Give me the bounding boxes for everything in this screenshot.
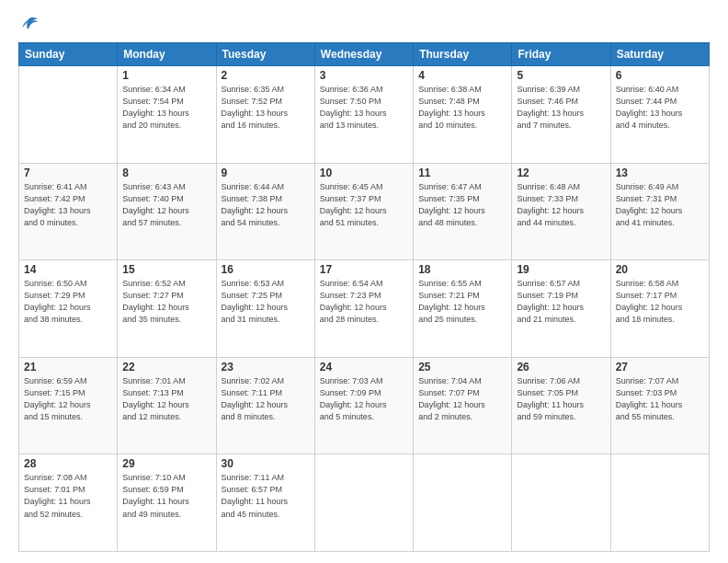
day-info: Sunrise: 7:11 AM Sunset: 6:57 PM Dayligh… <box>222 472 310 520</box>
calendar-cell: 6Sunrise: 6:40 AM Sunset: 7:44 PM Daylig… <box>610 66 709 164</box>
calendar-cell: 23Sunrise: 7:02 AM Sunset: 7:11 PM Dayli… <box>216 357 314 454</box>
day-number: 3 <box>320 69 408 82</box>
day-number: 27 <box>616 361 704 373</box>
day-info: Sunrise: 7:06 AM Sunset: 7:05 PM Dayligh… <box>517 375 605 423</box>
day-number: 5 <box>517 69 605 82</box>
day-number: 19 <box>517 263 605 276</box>
calendar-cell: 27Sunrise: 7:07 AM Sunset: 7:03 PM Dayli… <box>610 357 709 454</box>
calendar-cell <box>414 454 512 552</box>
day-number: 6 <box>616 69 704 82</box>
calendar-cell: 7Sunrise: 6:41 AM Sunset: 7:42 PM Daylig… <box>19 163 118 260</box>
day-number: 29 <box>122 457 210 470</box>
day-number: 20 <box>616 263 704 276</box>
day-number: 15 <box>122 263 210 276</box>
day-number: 2 <box>222 69 310 82</box>
calendar-week-3: 14Sunrise: 6:50 AM Sunset: 7:29 PM Dayli… <box>19 260 710 358</box>
day-info: Sunrise: 6:43 AM Sunset: 7:40 PM Dayligh… <box>122 181 210 229</box>
calendar-cell: 30Sunrise: 7:11 AM Sunset: 6:57 PM Dayli… <box>216 454 314 552</box>
calendar-page: SundayMondayTuesdayWednesdayThursdayFrid… <box>0 0 728 563</box>
day-number: 26 <box>517 361 605 373</box>
calendar-cell: 18Sunrise: 6:55 AM Sunset: 7:21 PM Dayli… <box>414 260 512 358</box>
day-info: Sunrise: 7:08 AM Sunset: 7:01 PM Dayligh… <box>24 472 112 520</box>
calendar-cell: 17Sunrise: 6:54 AM Sunset: 7:23 PM Dayli… <box>314 260 413 358</box>
calendar-cell: 19Sunrise: 6:57 AM Sunset: 7:19 PM Dayli… <box>512 260 610 358</box>
calendar-cell <box>314 454 413 552</box>
day-info: Sunrise: 6:55 AM Sunset: 7:21 PM Dayligh… <box>418 278 506 326</box>
day-info: Sunrise: 6:53 AM Sunset: 7:25 PM Dayligh… <box>222 278 310 326</box>
day-number: 1 <box>122 69 210 82</box>
day-number: 16 <box>222 263 310 276</box>
day-info: Sunrise: 6:52 AM Sunset: 7:27 PM Dayligh… <box>122 278 210 326</box>
day-info: Sunrise: 6:41 AM Sunset: 7:42 PM Dayligh… <box>24 181 112 229</box>
day-info: Sunrise: 6:50 AM Sunset: 7:29 PM Dayligh… <box>24 278 112 326</box>
calendar-cell: 29Sunrise: 7:10 AM Sunset: 6:59 PM Dayli… <box>118 454 216 552</box>
day-number: 25 <box>418 361 506 373</box>
day-info: Sunrise: 6:44 AM Sunset: 7:38 PM Dayligh… <box>222 181 310 229</box>
calendar-week-2: 7Sunrise: 6:41 AM Sunset: 7:42 PM Daylig… <box>19 163 710 260</box>
col-header-friday: Friday <box>512 43 610 66</box>
day-info: Sunrise: 6:40 AM Sunset: 7:44 PM Dayligh… <box>616 84 704 132</box>
day-info: Sunrise: 6:45 AM Sunset: 7:37 PM Dayligh… <box>320 181 408 229</box>
day-info: Sunrise: 7:07 AM Sunset: 7:03 PM Dayligh… <box>616 375 704 423</box>
day-number: 22 <box>122 361 210 373</box>
calendar-cell: 25Sunrise: 7:04 AM Sunset: 7:07 PM Dayli… <box>414 357 512 454</box>
day-number: 28 <box>24 457 112 470</box>
day-info: Sunrise: 7:02 AM Sunset: 7:11 PM Dayligh… <box>222 375 310 423</box>
day-number: 18 <box>418 263 506 276</box>
day-number: 30 <box>222 457 310 470</box>
day-info: Sunrise: 6:38 AM Sunset: 7:48 PM Dayligh… <box>418 84 506 132</box>
calendar-cell: 16Sunrise: 6:53 AM Sunset: 7:25 PM Dayli… <box>216 260 314 358</box>
calendar-cell: 28Sunrise: 7:08 AM Sunset: 7:01 PM Dayli… <box>19 454 118 552</box>
day-number: 9 <box>222 167 310 179</box>
calendar-cell: 10Sunrise: 6:45 AM Sunset: 7:37 PM Dayli… <box>314 163 413 260</box>
calendar-cell: 2Sunrise: 6:35 AM Sunset: 7:52 PM Daylig… <box>216 66 314 164</box>
calendar-week-4: 21Sunrise: 6:59 AM Sunset: 7:15 PM Dayli… <box>19 357 710 454</box>
col-header-saturday: Saturday <box>610 43 709 66</box>
day-info: Sunrise: 7:04 AM Sunset: 7:07 PM Dayligh… <box>418 375 506 423</box>
calendar-cell: 21Sunrise: 6:59 AM Sunset: 7:15 PM Dayli… <box>19 357 118 454</box>
day-info: Sunrise: 6:54 AM Sunset: 7:23 PM Dayligh… <box>320 278 408 326</box>
day-number: 21 <box>24 361 112 373</box>
day-info: Sunrise: 7:10 AM Sunset: 6:59 PM Dayligh… <box>122 472 210 520</box>
logo-bird-icon <box>20 17 39 31</box>
calendar-cell <box>19 66 118 164</box>
day-info: Sunrise: 6:49 AM Sunset: 7:31 PM Dayligh… <box>616 181 704 229</box>
day-info: Sunrise: 6:34 AM Sunset: 7:54 PM Dayligh… <box>122 84 210 132</box>
calendar-cell: 14Sunrise: 6:50 AM Sunset: 7:29 PM Dayli… <box>19 260 118 358</box>
logo <box>18 17 39 33</box>
calendar-week-1: 1Sunrise: 6:34 AM Sunset: 7:54 PM Daylig… <box>19 66 710 164</box>
calendar-week-5: 28Sunrise: 7:08 AM Sunset: 7:01 PM Dayli… <box>19 454 710 552</box>
day-info: Sunrise: 6:59 AM Sunset: 7:15 PM Dayligh… <box>24 375 112 423</box>
col-header-sunday: Sunday <box>19 43 118 66</box>
col-header-thursday: Thursday <box>414 43 512 66</box>
calendar-cell: 13Sunrise: 6:49 AM Sunset: 7:31 PM Dayli… <box>610 163 709 260</box>
calendar-cell <box>512 454 610 552</box>
day-number: 4 <box>418 69 506 82</box>
col-header-tuesday: Tuesday <box>216 43 314 66</box>
day-number: 12 <box>517 167 605 179</box>
day-info: Sunrise: 7:01 AM Sunset: 7:13 PM Dayligh… <box>122 375 210 423</box>
day-info: Sunrise: 6:35 AM Sunset: 7:52 PM Dayligh… <box>222 84 310 132</box>
calendar-cell: 22Sunrise: 7:01 AM Sunset: 7:13 PM Dayli… <box>118 357 216 454</box>
calendar-cell: 4Sunrise: 6:38 AM Sunset: 7:48 PM Daylig… <box>414 66 512 164</box>
day-number: 7 <box>24 167 112 179</box>
day-number: 11 <box>418 167 506 179</box>
calendar-cell: 1Sunrise: 6:34 AM Sunset: 7:54 PM Daylig… <box>118 66 216 164</box>
calendar-cell: 5Sunrise: 6:39 AM Sunset: 7:46 PM Daylig… <box>512 66 610 164</box>
col-header-wednesday: Wednesday <box>314 43 413 66</box>
day-number: 13 <box>616 167 704 179</box>
day-number: 23 <box>222 361 310 373</box>
day-info: Sunrise: 6:47 AM Sunset: 7:35 PM Dayligh… <box>418 181 506 229</box>
calendar-cell: 15Sunrise: 6:52 AM Sunset: 7:27 PM Dayli… <box>118 260 216 358</box>
day-number: 17 <box>320 263 408 276</box>
calendar-cell: 12Sunrise: 6:48 AM Sunset: 7:33 PM Dayli… <box>512 163 610 260</box>
calendar-cell: 20Sunrise: 6:58 AM Sunset: 7:17 PM Dayli… <box>610 260 709 358</box>
day-info: Sunrise: 7:03 AM Sunset: 7:09 PM Dayligh… <box>320 375 408 423</box>
calendar-cell: 26Sunrise: 7:06 AM Sunset: 7:05 PM Dayli… <box>512 357 610 454</box>
day-number: 10 <box>320 167 408 179</box>
day-info: Sunrise: 6:39 AM Sunset: 7:46 PM Dayligh… <box>517 84 605 132</box>
day-number: 8 <box>122 167 210 179</box>
calendar-cell: 9Sunrise: 6:44 AM Sunset: 7:38 PM Daylig… <box>216 163 314 260</box>
calendar-cell: 3Sunrise: 6:36 AM Sunset: 7:50 PM Daylig… <box>314 66 413 164</box>
calendar-cell: 24Sunrise: 7:03 AM Sunset: 7:09 PM Dayli… <box>314 357 413 454</box>
